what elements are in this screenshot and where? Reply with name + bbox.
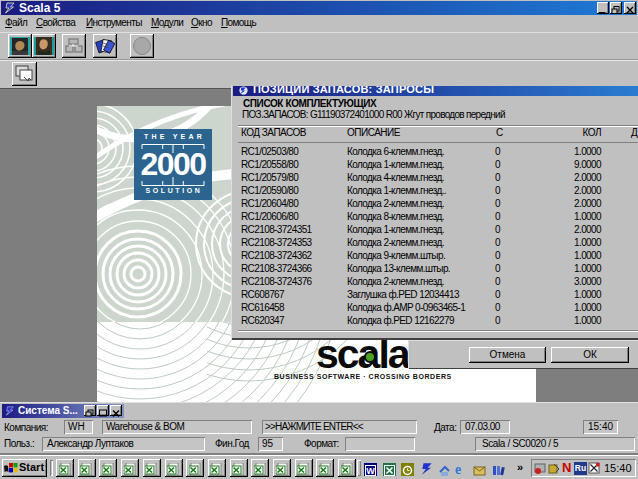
svg-text:W: W — [366, 466, 375, 476]
